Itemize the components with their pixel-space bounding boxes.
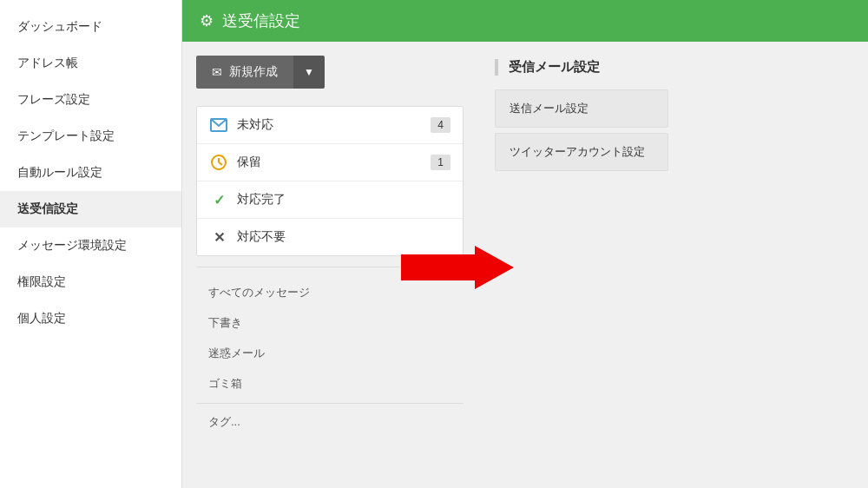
status-list: 未対応 4 保留 1	[196, 106, 464, 256]
sidebar-item-autorule[interactable]: 自動ルール設定	[0, 155, 181, 191]
check-icon: ✓	[209, 190, 228, 209]
menu-item-draft[interactable]: 下書き	[196, 308, 464, 339]
compose-label: 新規作成	[229, 64, 278, 80]
status-label-noaction: 対応不要	[237, 229, 286, 245]
sidebar-item-address[interactable]: アドレス帳	[0, 45, 181, 82]
divider-1	[196, 267, 464, 267]
status-item-noaction[interactable]: ✕ 対応不要	[197, 219, 463, 255]
status-label-pending: 未対応	[237, 117, 273, 133]
status-label-done: 対応完了	[237, 192, 286, 208]
compose-mail-icon: ✉	[212, 65, 222, 79]
compose-arrow-icon: ▼	[304, 66, 314, 78]
menu-list: すべてのメッセージ 下書き 迷惑メール ゴミ箱 タグ...	[196, 278, 464, 438]
status-count-pending: 4	[431, 117, 450, 133]
compose-button[interactable]: ✉ 新規作成	[196, 56, 293, 89]
menu-item-tags[interactable]: タグ...	[196, 407, 464, 438]
sidebar: ダッシュボード アドレス帳 フレーズ設定 テンプレート設定 自動ルール設定 送受…	[0, 0, 182, 488]
sidebar-item-template[interactable]: テンプレート設定	[0, 118, 181, 155]
sidebar-item-permissions[interactable]: 権限設定	[0, 264, 181, 300]
sidebar-item-dashboard[interactable]: ダッシュボード	[0, 9, 181, 45]
sidebar-item-sendreceive[interactable]: 送受信設定	[0, 191, 181, 228]
status-item-hold[interactable]: 保留 1	[197, 144, 463, 181]
status-label-hold: 保留	[237, 155, 261, 170]
divider-2	[196, 403, 464, 404]
menu-item-spam[interactable]: 迷惑メール	[196, 339, 464, 369]
page-title: 送受信設定	[222, 10, 300, 31]
sidebar-item-personal[interactable]: 個人設定	[0, 300, 181, 337]
send-mail-settings-button[interactable]: 送信メール設定	[495, 89, 668, 128]
clock-icon	[209, 153, 228, 172]
left-panel: ✉ 新規作成 ▼ 未対応 4	[182, 42, 477, 488]
x-icon: ✕	[209, 228, 228, 247]
content-area: ✉ 新規作成 ▼ 未対応 4	[182, 42, 868, 488]
status-count-hold: 1	[431, 155, 450, 170]
settings-icon: ⚙	[200, 11, 214, 30]
page-header: ⚙ 送受信設定	[182, 0, 868, 42]
compose-row: ✉ 新規作成 ▼	[196, 56, 464, 89]
mail-icon	[209, 115, 228, 135]
status-item-pending[interactable]: 未対応 4	[197, 107, 463, 144]
compose-dropdown-button[interactable]: ▼	[293, 56, 325, 89]
svg-line-4	[219, 162, 222, 165]
menu-item-all[interactable]: すべてのメッセージ	[196, 278, 464, 308]
main-area: ⚙ 送受信設定 ✉ 新規作成 ▼	[182, 0, 868, 488]
menu-item-trash[interactable]: ゴミ箱	[196, 369, 464, 399]
sidebar-item-phrase[interactable]: フレーズ設定	[0, 82, 181, 118]
sidebar-item-message-settings[interactable]: メッセージ環境設定	[0, 228, 181, 264]
status-item-done[interactable]: ✓ 対応完了	[197, 181, 463, 219]
right-panel-title: 受信メール設定	[509, 59, 600, 74]
right-panel: 受信メール設定 送信メール設定 ツイッターアカウント設定	[477, 42, 868, 488]
twitter-account-settings-button[interactable]: ツイッターアカウント設定	[495, 133, 668, 171]
